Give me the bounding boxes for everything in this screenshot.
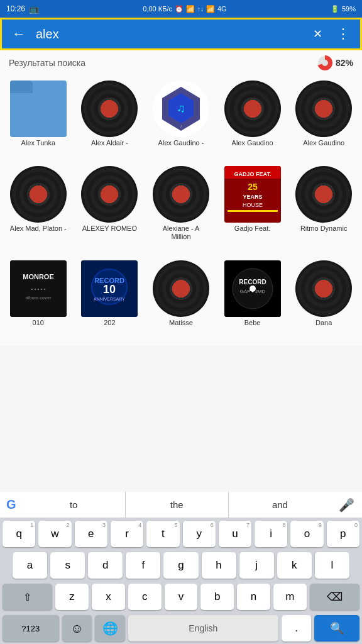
album-art-vinyl xyxy=(295,260,352,317)
key-r[interactable]: r4 xyxy=(111,521,143,547)
period-button[interactable]: . xyxy=(282,615,312,641)
key-n[interactable]: n xyxy=(237,584,270,610)
item-label: Ritmo Dynamic xyxy=(300,225,348,233)
list-item[interactable]: Alex Mad, Platon - xyxy=(4,166,73,257)
list-item[interactable]: Matisse xyxy=(146,260,216,343)
svg-text:10: 10 xyxy=(103,283,116,296)
mic-icon[interactable]: 🎤 xyxy=(331,497,362,513)
key-y[interactable]: y6 xyxy=(183,521,216,547)
item-label: Alex Gaudino xyxy=(232,139,273,147)
album-art-vinyl xyxy=(81,80,138,137)
list-item[interactable]: ♫ ♪ Alex Gaudino - xyxy=(146,80,216,164)
key-v[interactable]: v xyxy=(165,584,198,610)
key-x[interactable]: x xyxy=(92,584,125,610)
svg-text:25: 25 xyxy=(248,182,258,192)
shift-button[interactable]: ⇧ xyxy=(3,584,52,610)
album-art-svg: ♫ ♪ xyxy=(153,80,209,137)
list-item[interactable]: RECORD 10 ANNIVERSARY 202 xyxy=(75,260,145,343)
key-o[interactable]: o9 xyxy=(290,521,323,547)
svg-text:• • • • •: • • • • • xyxy=(31,286,45,292)
item-label: Alex Aldair - xyxy=(91,139,128,147)
key-j[interactable]: j xyxy=(239,552,274,579)
list-item[interactable]: Alex Gaudino xyxy=(289,80,358,164)
globe-button[interactable]: 🌐 xyxy=(95,615,125,641)
album-art-monroe: MONROE • • • • • album cover xyxy=(10,260,67,317)
search-button[interactable]: 🔍 xyxy=(314,615,359,641)
key-t[interactable]: t5 xyxy=(146,521,179,547)
list-item[interactable]: Alex Aldair - xyxy=(75,80,145,164)
key-a[interactable]: a xyxy=(13,552,47,579)
emoji-button[interactable]: ☺ xyxy=(62,615,92,641)
list-item[interactable]: MONROE • • • • • album cover 010 xyxy=(4,260,73,343)
list-item[interactable]: ALEXEY ROMEO xyxy=(75,166,145,257)
list-item[interactable]: Ritmo Dynamic xyxy=(289,166,358,257)
svg-point-2 xyxy=(322,60,328,66)
item-label: 010 xyxy=(33,319,44,327)
svg-rect-14 xyxy=(228,210,278,212)
google-icon: G xyxy=(0,497,23,512)
suggestions-row: G to the and 🎤 xyxy=(0,492,362,518)
suggestion-and[interactable]: and xyxy=(229,492,331,518)
key-q[interactable]: q1 xyxy=(3,521,35,547)
clear-button[interactable]: ✕ xyxy=(309,26,326,42)
list-item[interactable]: Alexiane - A Million xyxy=(146,166,216,257)
25years-svg: GADJO FEAT. 25 YEARS HOUSE xyxy=(224,166,281,223)
key-d[interactable]: d xyxy=(88,552,123,579)
key-c[interactable]: c xyxy=(128,584,162,610)
status-right: 🔋 59% xyxy=(331,5,356,13)
key-u[interactable]: u7 xyxy=(219,521,251,547)
list-item[interactable]: Dana xyxy=(289,260,358,343)
results-label: Результаты поиска xyxy=(9,58,85,68)
suggestion-the[interactable]: the xyxy=(126,492,229,518)
results-header: Результаты поиска 82% xyxy=(0,50,362,75)
key-g[interactable]: g xyxy=(163,552,198,579)
storage-pie-icon xyxy=(317,55,332,70)
key-s[interactable]: s xyxy=(50,552,85,579)
list-item[interactable]: Alex Gaudino xyxy=(218,80,287,164)
key-z[interactable]: z xyxy=(55,584,89,610)
suggestion-to[interactable]: to xyxy=(23,492,126,518)
key-e[interactable]: e3 xyxy=(75,521,107,547)
key-row-1: q1 w2 e3 r4 t5 y6 u7 i8 o9 p0 xyxy=(0,518,362,550)
search-input-wrap[interactable] xyxy=(36,27,303,42)
album-art-vinyl xyxy=(153,260,209,317)
key-k[interactable]: k xyxy=(277,552,312,579)
list-item[interactable]: Alex Tunka xyxy=(4,80,73,164)
svg-text:RECORD: RECORD xyxy=(239,279,266,286)
key-f[interactable]: f xyxy=(126,552,160,579)
album-art-vinyl xyxy=(153,166,209,223)
key-w[interactable]: w2 xyxy=(38,521,71,547)
item-label: Dana xyxy=(315,319,332,327)
space-button[interactable]: English xyxy=(128,615,278,641)
numbers-button[interactable]: ?123 xyxy=(3,615,59,641)
search-input[interactable] xyxy=(36,27,303,42)
svg-text:YEARS: YEARS xyxy=(243,194,262,200)
album-art-vinyl xyxy=(295,80,352,137)
list-item[interactable]: RECORD GAP • JMD Bebe xyxy=(218,260,287,343)
monroe-svg: MONROE • • • • • album cover xyxy=(10,260,67,317)
key-m[interactable]: m xyxy=(273,584,307,610)
album-art-rebe: RECORD GAP • JMD xyxy=(224,260,281,317)
item-label: Matisse xyxy=(169,319,193,327)
album-art-vinyl xyxy=(224,80,281,137)
battery-percent: 59% xyxy=(342,5,356,13)
item-label: Alex Gaudino - xyxy=(158,139,204,147)
search-bar: ← ✕ ⋮ xyxy=(0,18,362,50)
key-p[interactable]: p0 xyxy=(327,521,359,547)
back-button[interactable]: ← xyxy=(8,25,30,43)
item-label: Bebe xyxy=(244,319,261,327)
item-label: Alex Mad, Platon - xyxy=(10,225,67,233)
more-button[interactable]: ⋮ xyxy=(332,25,354,43)
item-label: Gadjo Feat. xyxy=(234,225,270,233)
key-i[interactable]: i8 xyxy=(255,521,287,547)
album-art-vinyl xyxy=(295,166,352,223)
svg-text:ANNIVERSARY: ANNIVERSARY xyxy=(94,297,125,301)
storage-badge: 82% xyxy=(317,55,353,70)
key-l[interactable]: l xyxy=(315,552,349,579)
list-item[interactable]: GADJO FEAT. 25 YEARS HOUSE Gadjo Feat. xyxy=(218,166,287,257)
time: 10:26 xyxy=(6,4,25,13)
key-b[interactable]: b xyxy=(200,584,234,610)
key-h[interactable]: h xyxy=(202,552,236,579)
key-row-4: ?123 ☺ 🌐 English . 🔍 xyxy=(0,613,362,644)
backspace-button[interactable]: ⌫ xyxy=(310,584,359,610)
